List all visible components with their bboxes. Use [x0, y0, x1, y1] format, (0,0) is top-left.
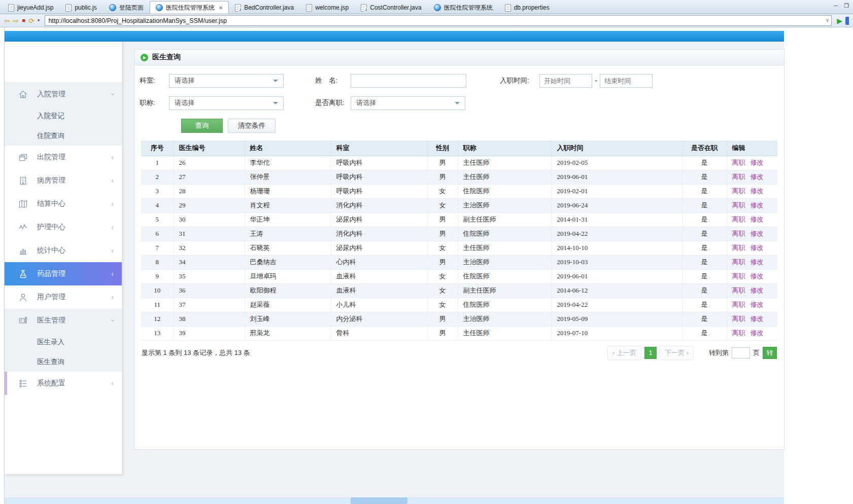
resign-link[interactable]: 离职: [732, 187, 745, 195]
sidebar-subitem[interactable]: 入院登记: [5, 106, 122, 126]
table-cell: 32: [174, 241, 245, 255]
modify-link[interactable]: 修改: [750, 258, 764, 266]
goto-button[interactable]: 转: [763, 347, 777, 359]
modify-link[interactable]: 修改: [750, 272, 764, 280]
horizontal-scrollbar[interactable]: [5, 497, 784, 504]
table-row: 126李华佗呼吸内科男主任医师2019-02-05是离职修改: [141, 156, 777, 170]
sidebar-item[interactable]: 药品管理‹: [5, 262, 122, 285]
table-cell: 37: [174, 298, 245, 312]
sidebar-subitem[interactable]: 住院查询: [5, 126, 122, 146]
resign-link[interactable]: 离职: [732, 201, 745, 209]
table-cell: 28: [174, 184, 245, 198]
browser-tab[interactable]: jieyueAdd.jsp: [2, 1, 59, 14]
java-file-icon: [361, 4, 367, 12]
modify-link[interactable]: 修改: [750, 215, 764, 223]
hire-start-input[interactable]: [539, 74, 592, 88]
resign-link[interactable]: 离职: [732, 244, 745, 251]
modify-link[interactable]: 修改: [750, 230, 764, 237]
table-cell: 是: [682, 298, 727, 312]
filter-row-2: 职称: 请选择 是否离职: 请选择: [140, 96, 784, 110]
refresh-icon[interactable]: ⟳: [28, 17, 35, 24]
modify-link[interactable]: 修改: [750, 301, 764, 308]
page-top-gap: [5, 27, 784, 31]
sidebar-group: 系统配置‹: [5, 372, 122, 395]
resign-link[interactable]: 离职: [732, 329, 745, 337]
sidebar-item[interactable]: 结算中心‹: [5, 192, 122, 215]
sidebar-item[interactable]: 病房管理‹: [5, 169, 122, 192]
modify-link[interactable]: 修改: [750, 187, 764, 195]
modify-link[interactable]: 修改: [750, 286, 764, 294]
scrollbar-thumb[interactable]: [351, 497, 407, 504]
resign-link[interactable]: 离职: [732, 230, 745, 237]
clear-button[interactable]: 清空条件: [228, 119, 276, 133]
browser-tab[interactable]: 医院住院管理系统✕: [150, 1, 229, 14]
title-select[interactable]: 请选择: [169, 96, 284, 110]
resign-link[interactable]: 离职: [732, 301, 745, 308]
table-footer: 显示第 1 条到 13 条记录，总共 13 条 ‹ 上一页 1 下一页 › 转到…: [142, 346, 777, 360]
table-cell: 小儿科: [331, 298, 427, 312]
goto-page-input[interactable]: [732, 347, 750, 358]
current-page-button[interactable]: 1: [644, 347, 657, 359]
pagination: ‹ 上一页 1 下一页 › 转到第 页 转: [607, 346, 777, 360]
chevron-down-icon[interactable]: ▾: [38, 18, 40, 23]
modify-link[interactable]: 修改: [750, 244, 764, 251]
table-cell: 主治医师: [458, 198, 552, 212]
table-cell: 呼吸内科: [331, 170, 427, 184]
sidebar-item[interactable]: 系统配置‹: [5, 372, 122, 395]
resign-link[interactable]: 离职: [732, 315, 745, 322]
modify-link[interactable]: 修改: [750, 201, 764, 209]
modify-link[interactable]: 修改: [750, 315, 764, 322]
resign-link[interactable]: 离职: [732, 173, 745, 181]
table-cell: 是: [682, 283, 727, 298]
resign-link[interactable]: 离职: [732, 159, 745, 166]
table-cell: 2014-10-10: [552, 241, 682, 255]
sidebar-item[interactable]: 护理中心‹: [5, 215, 122, 239]
stop-icon[interactable]: ■: [22, 18, 25, 23]
browser-tab[interactable]: BedController.java: [229, 1, 300, 14]
search-button[interactable]: 查询: [181, 119, 223, 133]
prev-page-button[interactable]: ‹ 上一页: [607, 346, 641, 360]
sidebar-item[interactable]: 统计中心‹: [5, 239, 122, 262]
modify-link[interactable]: 修改: [750, 329, 764, 337]
resigned-select[interactable]: 请选择: [351, 96, 465, 110]
resign-link[interactable]: 离职: [732, 286, 745, 294]
browser-tab[interactable]: public.js: [59, 1, 103, 14]
resign-link[interactable]: 离职: [732, 258, 745, 266]
resign-link[interactable]: 离职: [732, 272, 745, 280]
url-dropdown-icon[interactable]: ∨: [826, 17, 829, 23]
sidebar-item[interactable]: 入院管理‹: [5, 83, 122, 106]
url-input[interactable]: [45, 15, 832, 26]
modify-link[interactable]: 修改: [750, 173, 764, 181]
doctor-icon: [18, 315, 28, 326]
column-header: 医生编号: [174, 140, 245, 156]
table-cell: 内分泌科: [331, 312, 427, 326]
sidebar-subitem[interactable]: 医生录入: [5, 332, 122, 352]
browser-tab[interactable]: 医院住院管理系统: [428, 1, 499, 14]
sidebar-subitem[interactable]: 医生查询: [5, 352, 122, 372]
browser-tab[interactable]: 登陆页面: [103, 1, 150, 14]
sidebar-item[interactable]: 用户管理‹: [5, 285, 122, 309]
user-icon: [18, 292, 28, 303]
sidebar-item[interactable]: 医生管理‹: [5, 309, 122, 332]
resign-link[interactable]: 离职: [732, 215, 745, 223]
table-cell: 26: [174, 156, 245, 170]
restore-icon[interactable]: ❐: [844, 3, 849, 9]
next-page-button[interactable]: 下一页 ›: [660, 346, 694, 360]
modify-link[interactable]: 修改: [750, 159, 764, 166]
browser-tab[interactable]: CostController.java: [355, 1, 427, 14]
name-input[interactable]: [351, 74, 466, 88]
dept-select[interactable]: 请选择: [169, 74, 284, 88]
go-icon[interactable]: ▶: [837, 17, 842, 24]
minimize-icon[interactable]: ─: [834, 3, 838, 9]
table-cell: 男: [427, 312, 458, 326]
table-cell: 邢枭龙: [245, 326, 331, 340]
sidebar-item[interactable]: 出院管理‹: [5, 146, 122, 169]
forward-icon[interactable]: ⇨: [13, 17, 19, 24]
browser-tab[interactable]: db.properties: [499, 1, 556, 14]
browser-tab[interactable]: welcome.jsp: [300, 1, 355, 14]
back-icon[interactable]: ⇦: [4, 17, 10, 24]
hire-end-input[interactable]: [600, 74, 653, 88]
title-label: 职称:: [140, 98, 169, 107]
close-icon[interactable]: ✕: [219, 5, 223, 11]
sidebar-item-label: 药品管理: [37, 269, 65, 278]
